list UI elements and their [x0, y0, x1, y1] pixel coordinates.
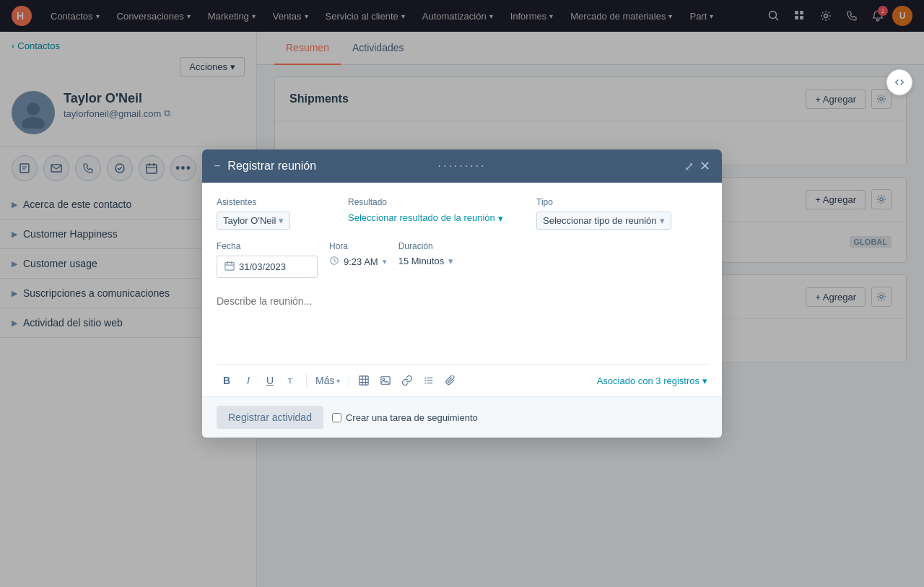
resultado-chevron-icon: ▾ — [498, 213, 503, 224]
tipo-dropdown[interactable]: Seleccionar tipo de reunión ▾ — [536, 212, 671, 230]
fecha-value: 31/03/2023 — [239, 261, 286, 272]
duracion-field: Duración 15 Minutos ▾ — [398, 241, 454, 278]
hora-field: Hora 9:23 AM ▾ — [329, 241, 387, 278]
modal-title: Registrar reunión — [227, 160, 316, 173]
bold-button[interactable]: B — [217, 370, 237, 391]
calendar-icon — [225, 261, 235, 273]
attendee-chevron-icon: ▾ — [279, 215, 284, 226]
modal-fields-row-1: Asistentes Taylor O'Neil ▾ Resultado Sel… — [217, 197, 707, 230]
tipo-value: Seleccionar tipo de reunión — [543, 215, 657, 226]
minimize-button[interactable]: − — [214, 160, 220, 173]
tipo-label: Tipo — [536, 197, 707, 207]
italic-button[interactable]: I — [238, 370, 258, 391]
svg-text:T: T — [288, 377, 293, 385]
followup-label: Crear una tarea de seguimiento — [346, 412, 478, 423]
image-button[interactable] — [375, 370, 396, 391]
duracion-label: Duración — [398, 241, 454, 251]
duracion-chevron-icon: ▾ — [448, 256, 453, 266]
asistentes-label: Asistentes — [217, 197, 331, 207]
svg-point-37 — [383, 378, 385, 381]
editor-toolbar: B I U T Más ▾ — [217, 364, 707, 396]
svg-point-41 — [425, 378, 427, 379]
fecha-label: Fecha — [217, 241, 318, 251]
clock-icon — [329, 256, 339, 268]
hora-chevron-icon: ▾ — [383, 257, 387, 266]
register-meeting-modal: − Registrar reunión ········· ⤢ ✕ Asiste… — [202, 149, 722, 438]
duracion-select[interactable]: 15 Minutos ▾ — [398, 256, 454, 266]
modal-header-right: ⤢ ✕ — [684, 158, 710, 174]
panel-toggle-button[interactable] — [886, 69, 912, 95]
modal-header: − Registrar reunión ········· ⤢ ✕ — [202, 149, 722, 183]
asistentes-field: Asistentes Taylor O'Neil ▾ — [217, 197, 331, 230]
modal-header-left: − Registrar reunión — [214, 160, 316, 173]
svg-point-42 — [425, 380, 427, 381]
link-button[interactable] — [397, 370, 417, 391]
description-textarea[interactable] — [217, 290, 707, 362]
tipo-field: Tipo Seleccionar tipo de reunión ▾ — [536, 197, 707, 230]
attachment-button[interactable] — [440, 370, 461, 391]
svg-line-29 — [334, 261, 336, 262]
underline-button[interactable]: U — [260, 370, 280, 391]
assoc-label: Asociado con 3 registros — [597, 375, 699, 386]
resultado-label: Resultado — [348, 197, 519, 207]
asistentes-value: Taylor O'Neil — [223, 215, 276, 226]
duracion-value: 15 Minutos — [398, 256, 445, 266]
associated-records-button[interactable]: Asociado con 3 registros ▾ — [597, 375, 707, 386]
fecha-input[interactable]: 31/03/2023 — [217, 256, 318, 278]
modal-body: Asistentes Taylor O'Neil ▾ Resultado Sel… — [202, 183, 722, 396]
mas-button[interactable]: Más ▾ — [311, 370, 344, 391]
resultado-dropdown[interactable]: Seleccionar resultado de la reunión ▾ — [348, 212, 503, 225]
close-button[interactable]: ✕ — [699, 158, 710, 174]
svg-rect-23 — [225, 263, 234, 271]
table-button[interactable] — [354, 370, 374, 391]
list-button[interactable] — [419, 370, 439, 391]
resultado-value: Seleccionar resultado de la reunión — [348, 212, 495, 225]
modal-footer: Registrar actividad Crear una tarea de s… — [202, 396, 722, 438]
drag-dots: ········· — [437, 160, 486, 173]
svg-rect-31 — [359, 376, 368, 385]
datetime-row: Fecha 31/03/2023 Hora 9:23 AM — [217, 241, 707, 278]
expand-button[interactable]: ⤢ — [684, 160, 694, 173]
toolbar-separator-2 — [349, 374, 349, 387]
toolbar-separator — [306, 374, 307, 387]
tipo-chevron-icon: ▾ — [660, 215, 665, 226]
hora-label: Hora — [329, 241, 387, 251]
asistentes-select[interactable]: Taylor O'Neil ▾ — [217, 212, 290, 230]
mas-chevron-icon: ▾ — [336, 377, 340, 385]
font-button[interactable]: T — [282, 370, 302, 391]
followup-checkbox[interactable] — [332, 413, 341, 422]
register-activity-button[interactable]: Registrar actividad — [217, 406, 323, 429]
resultado-field: Resultado Seleccionar resultado de la re… — [348, 197, 519, 230]
svg-point-43 — [425, 383, 427, 384]
assoc-chevron-icon: ▾ — [702, 375, 707, 386]
followup-checkbox-wrapper: Crear una tarea de seguimiento — [332, 412, 478, 423]
hora-select[interactable]: 9:23 AM ▾ — [329, 256, 387, 268]
modal-overlay: − Registrar reunión ········· ⤢ ✕ Asiste… — [0, 0, 924, 587]
hora-value: 9:23 AM — [344, 256, 378, 267]
fecha-field: Fecha 31/03/2023 — [217, 241, 318, 278]
